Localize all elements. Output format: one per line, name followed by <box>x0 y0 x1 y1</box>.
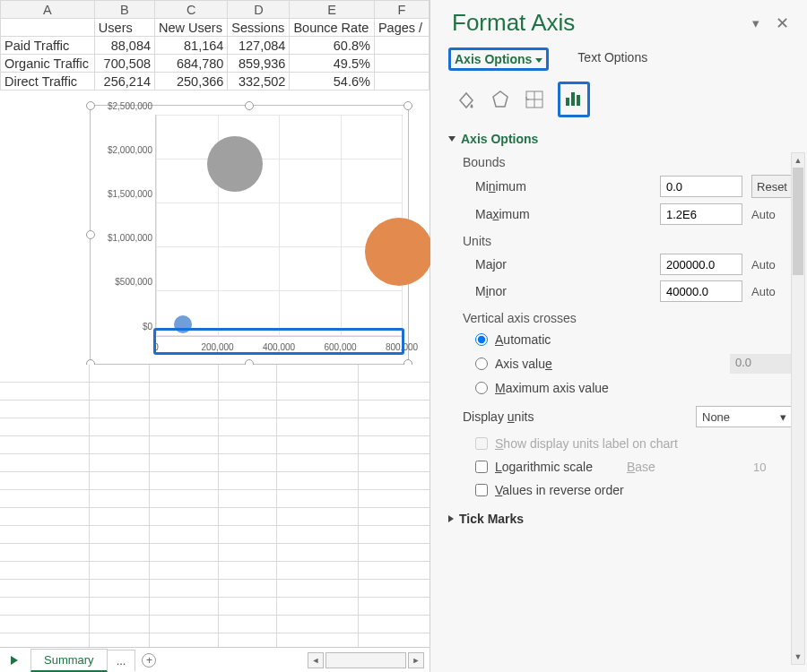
cell[interactable]: 332,502 <box>228 73 290 90</box>
table-row[interactable]: Organic Traffic 700,508 684,780 859,936 … <box>1 55 430 73</box>
resize-handle[interactable] <box>245 101 254 110</box>
tab-axis-options[interactable]: Axis Options <box>448 47 549 71</box>
bubble-organic[interactable] <box>365 218 433 286</box>
scroll-up-button[interactable]: ▲ <box>792 153 804 168</box>
cell[interactable]: 81,164 <box>155 37 228 55</box>
embedded-chart[interactable]: $0 $500,000 $1,000,000 $1,500,000 $2,000… <box>90 105 409 365</box>
table-row[interactable]: Paid Traffic 88,084 81,164 127,084 60.8% <box>1 37 430 55</box>
cell[interactable]: Organic Traffic <box>1 55 95 73</box>
cell[interactable]: 256,214 <box>94 73 154 90</box>
col-header-C[interactable]: C <box>155 1 228 19</box>
resize-handle[interactable] <box>86 230 95 239</box>
sheet-tab-summary[interactable]: Summary <box>30 649 108 672</box>
major-auto-label: Auto <box>751 258 793 271</box>
crosses-automatic-radio[interactable] <box>475 333 488 346</box>
values-reverse-checkbox[interactable] <box>475 484 488 496</box>
table-row[interactable]: Direct Traffic 256,214 250,366 332,502 5… <box>1 73 430 90</box>
crosses-automatic-label: Automatic <box>495 332 551 347</box>
cell[interactable]: Direct Traffic <box>1 73 95 90</box>
horizontal-scrollbar[interactable] <box>325 652 406 668</box>
svg-rect-5 <box>571 92 575 106</box>
scroll-right-button[interactable]: ► <box>408 652 424 668</box>
cell[interactable]: 859,936 <box>228 55 290 73</box>
data-grid[interactable]: A B C D E F Users New Users Sessions Bou… <box>0 0 430 365</box>
crosses-axis-value-radio[interactable] <box>475 358 488 370</box>
logarithmic-scale-label: Logarithmic scale <box>495 460 593 474</box>
tick-marks-expander[interactable]: Tick Marks <box>448 512 793 526</box>
x-axis-selection-highlight <box>153 328 404 355</box>
svg-marker-0 <box>493 91 508 107</box>
axis-options-icon-highlight <box>558 82 590 117</box>
minimum-input[interactable] <box>660 176 742 197</box>
svg-rect-6 <box>577 95 580 106</box>
format-category-icons <box>430 74 807 126</box>
cell[interactable] <box>374 55 429 73</box>
sheet-tab-overflow[interactable]: ... <box>107 650 136 671</box>
size-properties-icon[interactable] <box>524 89 545 110</box>
display-units-select[interactable]: None▾ <box>696 406 793 427</box>
maximum-label: Maximum <box>475 207 660 221</box>
axis-options-expander[interactable]: Axis Options <box>448 132 793 146</box>
vertical-axis-crosses-heading: Vertical axis crosses <box>463 311 793 325</box>
sheet-nav-icon[interactable] <box>11 656 18 665</box>
logarithmic-scale-checkbox[interactable] <box>475 461 488 473</box>
spreadsheet-panel: A B C D E F Users New Users Sessions Bou… <box>0 0 430 672</box>
scroll-down-button[interactable]: ▼ <box>792 650 804 664</box>
values-reverse-label: Values in reverse order <box>495 483 624 497</box>
bar-chart-icon[interactable] <box>563 87 585 108</box>
col-header-F[interactable]: F <box>374 1 429 19</box>
scroll-left-button[interactable]: ◄ <box>308 652 324 668</box>
cell[interactable] <box>374 37 429 55</box>
resize-handle[interactable] <box>86 101 95 110</box>
reset-minimum-button[interactable]: Reset <box>751 175 793 198</box>
scrollbar-thumb[interactable] <box>793 168 803 275</box>
cell[interactable]: 250,366 <box>155 73 228 90</box>
major-unit-input[interactable] <box>660 254 742 275</box>
maximum-input[interactable] <box>660 203 742 225</box>
cell[interactable]: Bounce Rate <box>290 19 374 37</box>
bubble-direct[interactable] <box>207 136 263 192</box>
cell[interactable]: Users <box>94 19 154 37</box>
pane-vertical-scrollbar[interactable]: ▲ ▼ <box>791 152 805 665</box>
log-base-value: 10 <box>753 461 793 474</box>
col-header-D[interactable]: D <box>228 1 290 19</box>
col-header-B[interactable]: B <box>94 1 154 19</box>
cell[interactable] <box>374 73 429 90</box>
y-tick-label: $2,500,000 <box>95 100 152 110</box>
resize-handle[interactable] <box>404 101 412 110</box>
y-tick-label: $2,000,000 <box>95 144 152 154</box>
minor-unit-input[interactable] <box>660 280 742 302</box>
cell[interactable] <box>1 19 95 37</box>
display-units-label: Display units <box>463 409 534 424</box>
crosses-axis-value-input: 0.0 <box>730 354 793 374</box>
fill-bucket-icon[interactable] <box>456 89 477 110</box>
y-tick-label: $0 <box>95 321 152 331</box>
cell[interactable]: 700,508 <box>94 55 154 73</box>
pane-close-button[interactable]: ✕ <box>776 13 789 33</box>
cell[interactable]: Pages / <box>374 19 429 37</box>
pane-menu-button[interactable]: ▾ <box>752 15 759 31</box>
cell[interactable]: 684,780 <box>155 55 228 73</box>
minimum-label: Minimum <box>475 179 660 194</box>
cell[interactable]: 54.6% <box>290 73 374 90</box>
units-heading: Units <box>463 234 793 248</box>
add-sheet-button[interactable]: + <box>142 653 156 668</box>
crosses-maximum-label: Maximum axis value <box>495 381 609 395</box>
sheet-tab-bar: Summary ... + ◄ ► <box>0 647 430 672</box>
cell[interactable]: New Users <box>155 19 228 37</box>
col-header-E[interactable]: E <box>290 1 374 19</box>
major-label: Major <box>475 257 660 271</box>
cell[interactable]: Sessions <box>228 19 290 37</box>
plot-area[interactable]: $0 $500,000 $1,000,000 $1,500,000 $2,000… <box>155 115 403 337</box>
crosses-maximum-radio[interactable] <box>475 382 488 394</box>
cell[interactable]: Paid Traffic <box>1 37 95 55</box>
cell[interactable]: 60.8% <box>290 37 374 55</box>
cell[interactable]: 88,084 <box>94 37 154 55</box>
empty-grid-rows[interactable] <box>0 365 430 648</box>
cell[interactable]: 49.5% <box>290 55 374 73</box>
effects-icon[interactable] <box>490 89 511 110</box>
cell[interactable]: 127,084 <box>228 37 290 55</box>
col-header-A[interactable]: A <box>1 1 95 19</box>
format-axis-pane: Format Axis ▾ ✕ Axis Options Text Option… <box>430 0 807 672</box>
tab-text-options[interactable]: Text Options <box>572 47 653 71</box>
